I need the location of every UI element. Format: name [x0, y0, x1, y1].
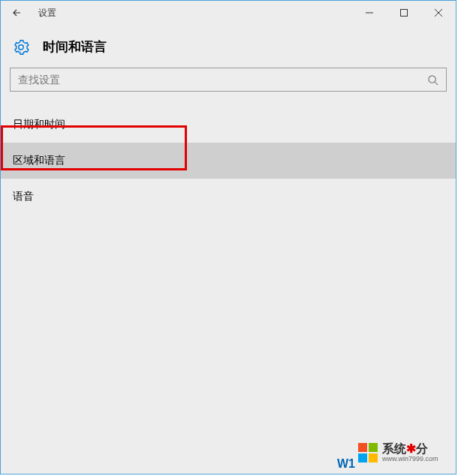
logo-text: 系统✱分 www.win7999.com	[382, 442, 438, 462]
window-controls	[352, 1, 456, 25]
maximize-icon	[400, 9, 408, 17]
nav-item-region-language[interactable]: 区域和语言	[1, 143, 456, 179]
nav-item-datetime[interactable]: 日期和时间	[1, 107, 456, 143]
svg-rect-1	[401, 10, 408, 17]
nav-item-speech[interactable]: 语音	[1, 179, 456, 215]
watermark-partial: W1	[337, 457, 355, 471]
logo-url: www.win7999.com	[382, 456, 438, 463]
search-icon	[419, 74, 446, 86]
close-icon	[435, 9, 442, 17]
nav-item-label: 语音	[13, 190, 34, 203]
titlebar: 设置	[1, 1, 456, 25]
minimize-icon	[366, 9, 373, 17]
minimize-button[interactable]	[352, 1, 387, 25]
nav-list: 日期和时间 区域和语言 语音	[1, 107, 456, 215]
window-title: 设置	[38, 7, 56, 20]
settings-window: 设置 时间和	[0, 0, 456, 474]
maximize-button[interactable]	[387, 1, 421, 25]
gear-icon	[13, 39, 29, 56]
logo-brand-suffix: 分	[416, 442, 428, 455]
watermark-logo: 系统✱分 www.win7999.com	[358, 432, 456, 474]
close-button[interactable]	[421, 1, 456, 25]
page-header: 时间和语言	[1, 25, 456, 68]
logo-brand: 系统	[382, 442, 406, 455]
nav-item-label: 区域和语言	[13, 154, 65, 167]
svg-line-5	[435, 82, 438, 85]
svg-point-4	[428, 75, 435, 82]
page-title: 时间和语言	[43, 38, 107, 56]
search-input[interactable]	[11, 74, 419, 86]
back-button[interactable]	[1, 1, 34, 25]
search-box[interactable]	[10, 68, 447, 92]
nav-item-label: 日期和时间	[13, 118, 65, 131]
logo-tiles-icon	[358, 443, 378, 462]
arrow-left-icon	[11, 7, 23, 19]
